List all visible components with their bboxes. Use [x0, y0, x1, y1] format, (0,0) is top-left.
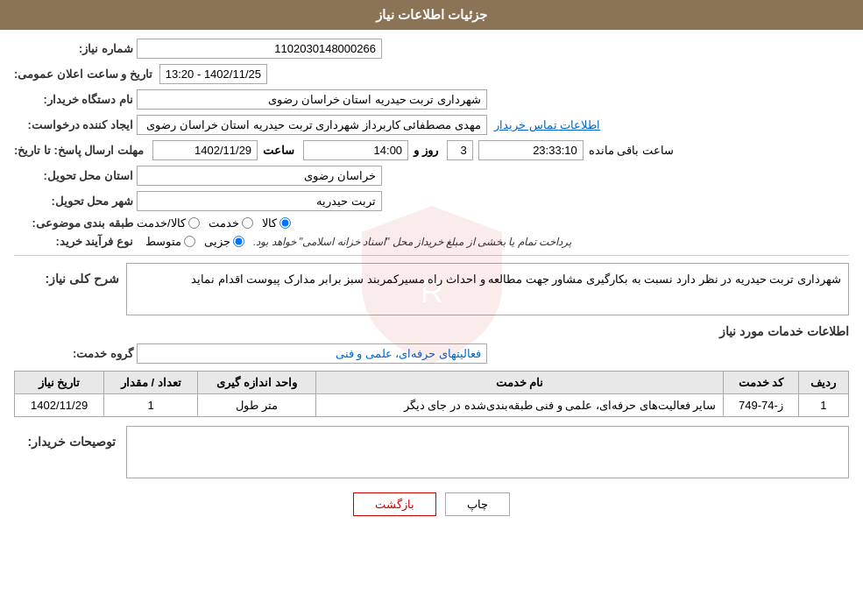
service-group-value[interactable]: فعالیتهای حرفه‌ای، علمی و فنی — [137, 343, 487, 364]
remaining-days-value: 3 — [447, 140, 473, 160]
creator-value: مهدی مصطفائی کاربرداز شهرداری تربت حیدری… — [137, 115, 487, 135]
col-code: کد خدمت — [724, 372, 798, 394]
buyer-notes-section: توصیحات خریدار: — [14, 426, 849, 478]
col-name: نام خدمت — [316, 372, 724, 394]
buyer-org-row: نام دستگاه خریدار: شهرداری تربت حیدریه ا… — [14, 89, 849, 110]
purchase-option-medium-label: متوسط — [145, 235, 181, 248]
city-row: شهر محل تحویل: تربت حیدریه — [14, 191, 849, 211]
cell-name: سایر فعالیت‌های حرفه‌ای، علمی و فنی طبقه… — [316, 394, 724, 417]
need-number-row: شماره نیاز: 1102030148000266 — [14, 39, 849, 59]
purchase-option-partial-label: جزیی — [204, 235, 230, 248]
table-row: 1 ز-74-749 سایر فعالیت‌های حرفه‌ای، علمی… — [15, 394, 849, 417]
need-number-value: 1102030148000266 — [137, 39, 382, 59]
cell-row: 1 — [798, 394, 848, 417]
remaining-time-value: 23:33:10 — [478, 140, 584, 160]
announce-label: تاریخ و ساعت اعلان عمومی: — [14, 67, 156, 81]
category-radio-goods-services[interactable] — [188, 217, 200, 229]
purchase-radio-partial[interactable] — [233, 236, 244, 247]
service-group-row: گروه خدمت: فعالیتهای حرفه‌ای، علمی و فنی — [14, 343, 849, 364]
col-qty: تعداد / مقدار — [104, 372, 198, 394]
services-section-title: اطلاعات خدمات مورد نیاز — [14, 324, 849, 338]
purchase-option-partial: جزیی — [204, 235, 244, 248]
services-table-section: ردیف کد خدمت نام خدمت واحد اندازه گیری ت… — [14, 371, 849, 417]
purchase-type-label: نوع فرآیند خرید: — [14, 235, 137, 248]
category-option-goods-label: کالا — [262, 216, 277, 230]
purchase-type-row: نوع فرآیند خرید: متوسط جزیی پرداخت تمام … — [14, 235, 849, 248]
buttons-row: چاپ بازگشت — [14, 492, 849, 530]
category-radio-group: کالا/خدمت خدمت کالا — [137, 216, 291, 230]
deadline-time-label: ساعت — [263, 144, 294, 157]
purchase-type-radio-group: متوسط جزیی — [145, 235, 244, 248]
announce-value: 1402/11/25 - 13:20 — [159, 64, 267, 84]
category-label: طبقه بندی موضوعی: — [14, 216, 137, 230]
col-row: ردیف — [798, 372, 848, 394]
category-radio-service[interactable] — [242, 217, 253, 229]
description-section-title: شرح کلی نیاز: — [14, 272, 119, 286]
page-header: جزئیات اطلاعات نیاز — [0, 0, 863, 30]
province-label: استان محل تحویل: — [14, 169, 137, 182]
category-option-goods-services: کالا/خدمت — [137, 216, 200, 230]
purchase-radio-medium[interactable] — [184, 236, 195, 247]
col-date: تاریخ نیاز — [15, 372, 104, 394]
buyer-org-label: نام دستگاه خریدار: — [14, 93, 137, 106]
category-radio-goods[interactable] — [279, 217, 291, 229]
category-option-service-label: خدمت — [209, 216, 239, 230]
cell-code: ز-74-749 — [724, 394, 798, 417]
province-value: خراسان رضوی — [137, 166, 382, 186]
category-option-service: خدمت — [209, 216, 253, 230]
creator-contact-link[interactable]: اطلاعات تماس خریدار — [494, 118, 600, 131]
services-table: ردیف کد خدمت نام خدمت واحد اندازه گیری ت… — [14, 371, 849, 417]
cell-qty: 1 — [104, 394, 198, 417]
deadline-row: مهلت ارسال پاسخ: تا تاریخ: 1402/11/29 سا… — [14, 140, 849, 160]
purchase-option-medium: متوسط — [145, 235, 195, 248]
creator-label: ایجاد کننده درخواست: — [14, 118, 137, 131]
category-row: طبقه بندی موضوعی: کالا/خدمت خدمت کالا — [14, 216, 849, 230]
remaining-label: ساعت باقی مانده — [589, 144, 674, 157]
print-button[interactable]: چاپ — [445, 492, 510, 516]
category-option-goods-services-label: کالا/خدمت — [137, 216, 186, 230]
buyer-notes-textarea[interactable] — [126, 426, 849, 478]
category-option-goods: کالا — [262, 216, 291, 230]
city-value: تربت حیدریه — [137, 191, 382, 211]
announce-row: تاریخ و ساعت اعلان عمومی: 1402/11/25 - 1… — [14, 64, 849, 84]
need-number-label: شماره نیاز: — [14, 42, 137, 55]
col-unit: واحد اندازه گیری — [198, 372, 316, 394]
page-title: جزئیات اطلاعات نیاز — [376, 7, 487, 22]
service-group-label: گروه خدمت: — [14, 347, 137, 360]
buyer-notes-label: توصیحات خریدار: — [14, 435, 119, 449]
back-button[interactable]: بازگشت — [353, 492, 436, 516]
city-label: شهر محل تحویل: — [14, 195, 137, 208]
deadline-date-value: 1402/11/29 — [152, 140, 258, 160]
cell-date: 1402/11/29 — [15, 394, 104, 417]
creator-row: ایجاد کننده درخواست: مهدی مصطفائی کاربرد… — [14, 115, 849, 135]
deadline-label: مهلت ارسال پاسخ: تا تاریخ: — [14, 144, 147, 157]
purchase-note: پرداخت تمام یا بخشی از مبلغ خریداز محل "… — [253, 236, 571, 248]
description-value: شهرداری تربت حیدریه در نظر دارد نسبت به … — [126, 263, 849, 315]
remaining-days-label: روز و — [414, 144, 438, 157]
province-row: استان محل تحویل: خراسان رضوی — [14, 166, 849, 186]
cell-unit: متر طول — [198, 394, 316, 417]
buyer-org-value: شهرداری تربت حیدریه استان خراسان رضوی — [137, 89, 487, 110]
deadline-time-value: 14:00 — [303, 140, 408, 160]
